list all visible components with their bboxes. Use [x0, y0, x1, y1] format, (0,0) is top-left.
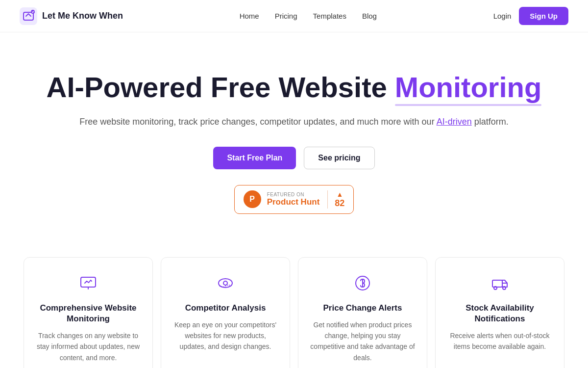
hero-title-accent: Monitoring: [395, 71, 542, 103]
feature-title-competitor: Competitor Analysis: [173, 303, 278, 314]
svg-point-2: [31, 10, 35, 14]
start-free-plan-button[interactable]: Start Free Plan: [213, 147, 296, 169]
feature-card-price: Price Change Alerts Get notified when pr…: [298, 257, 427, 368]
feature-desc-monitoring: Track changes on any website to stay inf…: [36, 330, 141, 363]
hero-title-main: AI-Powered Free Website: [47, 71, 395, 103]
feature-title-price: Price Change Alerts: [310, 303, 415, 314]
ph-featured-label: FEATURED ON: [267, 192, 320, 197]
hero-section: AI-Powered Free Website Monitoring Free …: [0, 32, 588, 243]
login-button[interactable]: Login: [493, 12, 512, 20]
nav-actions: Login Sign Up: [493, 7, 568, 25]
hero-buttons: Start Free Plan See pricing: [20, 147, 568, 169]
nav-pricing[interactable]: Pricing: [275, 12, 297, 20]
feature-desc-price: Get notified when product prices change,…: [310, 319, 415, 364]
feature-card-monitoring: Comprehensive Website Monitoring Track c…: [24, 257, 153, 368]
ph-text: FEATURED ON Product Hunt: [267, 192, 320, 207]
ph-score-number: 82: [335, 198, 344, 209]
nav-links: Home Pricing Templates Blog: [240, 12, 377, 20]
feature-title-monitoring: Comprehensive Website Monitoring: [36, 303, 141, 324]
feature-title-stock: Stock Availability Notifications: [447, 303, 552, 324]
hero-subtitle: Free website monitoring, track price cha…: [20, 115, 568, 129]
truck-icon: [447, 273, 552, 295]
feature-card-stock: Stock Availability Notifications Receive…: [435, 257, 564, 368]
signup-button[interactable]: Sign Up: [519, 7, 568, 25]
features-section: Comprehensive Website Monitoring Track c…: [0, 243, 588, 368]
nav-home[interactable]: Home: [240, 12, 259, 20]
nav-blog[interactable]: Blog: [362, 12, 377, 20]
ai-driven-link[interactable]: AI-driven: [437, 117, 472, 127]
monitor-icon: [36, 273, 141, 295]
ph-score: ▲ 82: [327, 190, 344, 209]
hero-title: AI-Powered Free Website Monitoring: [20, 72, 568, 103]
ph-arrow-icon: ▲: [336, 190, 343, 198]
svg-rect-7: [492, 280, 502, 287]
nav-templates[interactable]: Templates: [313, 12, 346, 20]
see-pricing-button[interactable]: See pricing: [304, 147, 374, 169]
svg-point-5: [223, 281, 227, 285]
svg-rect-0: [20, 7, 37, 25]
feature-desc-stock: Receive alerts when out-of-stock items b…: [447, 330, 552, 352]
feature-desc-competitor: Keep an eye on your competitors' website…: [173, 319, 278, 352]
eye-icon: [173, 273, 278, 295]
ph-name: Product Hunt: [267, 197, 320, 207]
logo-text: Let Me Know When: [42, 11, 123, 21]
feature-card-competitor: Competitor Analysis Keep an eye on your …: [161, 257, 290, 368]
svg-point-9: [503, 287, 506, 289]
logo-icon: [20, 7, 37, 25]
logo[interactable]: Let Me Know When: [20, 7, 123, 25]
product-hunt-badge[interactable]: P FEATURED ON Product Hunt ▲ 82: [234, 185, 354, 214]
ph-logo-icon: P: [244, 190, 261, 208]
dollar-icon: [310, 273, 415, 295]
svg-point-8: [494, 287, 497, 289]
navbar: Let Me Know When Home Pricing Templates …: [0, 0, 588, 32]
